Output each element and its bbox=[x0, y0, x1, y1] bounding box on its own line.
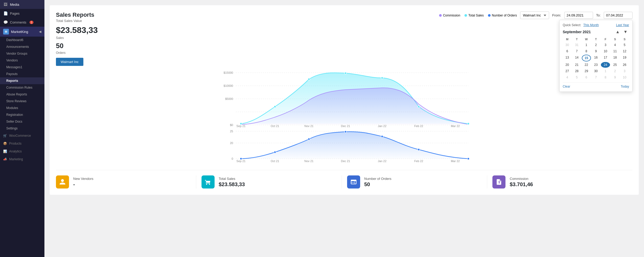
cal-day-17[interactable]: 17 bbox=[601, 55, 610, 61]
cal-day-25[interactable]: 25 bbox=[611, 62, 620, 68]
sidebar-item-payouts[interactable]: Payouts bbox=[0, 71, 44, 77]
sidebar-marketing-label: Marketing bbox=[9, 157, 23, 161]
sidebar-item-reports[interactable]: Reports bbox=[0, 77, 44, 84]
sidebar-item-marketing[interactable]: 📣 Marketing bbox=[0, 155, 44, 163]
quick-select-label: Quick Select: bbox=[563, 23, 581, 27]
svg-text:Nov 21: Nov 21 bbox=[304, 124, 314, 128]
cal-day-26[interactable]: 26 bbox=[620, 62, 629, 68]
sidebar-products-label: Products bbox=[9, 142, 21, 145]
sales-label: Sales bbox=[56, 36, 632, 40]
sidebar-item-store-reviews[interactable]: Store Reviews bbox=[0, 98, 44, 105]
svg-text:0: 0 bbox=[232, 157, 233, 160]
cal-day-30-aug[interactable]: 30 bbox=[563, 42, 572, 48]
cal-day-3[interactable]: 3 bbox=[601, 42, 610, 48]
cal-day-5[interactable]: 5 bbox=[620, 42, 629, 48]
cal-header-f: F bbox=[601, 37, 610, 42]
sidebar-item-seller-docs[interactable]: Seller Docs bbox=[0, 118, 44, 125]
sidebar-item-products[interactable]: 📦 Products bbox=[0, 140, 44, 147]
cal-day-13[interactable]: 13 bbox=[563, 55, 572, 61]
cal-day-16[interactable]: 16 bbox=[591, 55, 601, 61]
cal-day-21[interactable]: 21 bbox=[572, 62, 582, 68]
vendor-dropdown[interactable]: Walmart Inc bbox=[520, 12, 549, 19]
sidebar-item-registration[interactable]: Registration bbox=[0, 111, 44, 118]
cal-day-6[interactable]: 6 bbox=[563, 48, 572, 54]
cal-day-30[interactable]: 30 bbox=[591, 68, 601, 74]
cal-day-8-oct[interactable]: 8 bbox=[601, 75, 610, 80]
sidebar-item-modules[interactable]: Modules bbox=[0, 105, 44, 111]
cal-day-8[interactable]: 8 bbox=[582, 48, 591, 54]
sidebar-item-abuse-reports[interactable]: Abuse Reports bbox=[0, 91, 44, 98]
svg-text:Jan 22: Jan 22 bbox=[378, 124, 386, 128]
sidebar-item-vendors[interactable]: Vendors bbox=[0, 57, 44, 64]
calendar-prev-button[interactable]: ▲ bbox=[614, 29, 621, 35]
cal-day-5-oct[interactable]: 5 bbox=[572, 75, 582, 80]
stats-row: New Vendors - Total Sales $23.583,33 bbox=[56, 170, 632, 189]
calendar-header: September 2021 ▲ ▼ bbox=[563, 29, 629, 35]
cal-day-10[interactable]: 10 bbox=[601, 48, 610, 54]
cal-day-4-oct[interactable]: 4 bbox=[563, 75, 572, 80]
cal-day-10-oct[interactable]: 10 bbox=[620, 75, 629, 80]
sidebar-item-analytics[interactable]: 📊 Analytics bbox=[0, 147, 44, 155]
cal-day-12[interactable]: 12 bbox=[620, 48, 629, 54]
products-icon: 📦 bbox=[3, 142, 7, 145]
svg-point-17 bbox=[274, 106, 276, 108]
sidebar-item-woocommerce[interactable]: 🛒 WooCommerce bbox=[0, 132, 44, 140]
sidebar-item-settings[interactable]: Settings bbox=[0, 125, 44, 132]
cal-day-31-aug[interactable]: 31 bbox=[572, 42, 582, 48]
sidebar-item-messages[interactable]: Messages 1 bbox=[0, 64, 44, 71]
cal-day-22[interactable]: 22 bbox=[582, 62, 591, 68]
cal-day-3-oct[interactable]: 3 bbox=[620, 68, 629, 74]
cal-day-14[interactable]: 14 bbox=[572, 55, 582, 61]
vendor-filter-button[interactable]: Walmart Inc bbox=[56, 58, 83, 66]
svg-text:20: 20 bbox=[230, 141, 233, 145]
cal-day-2-oct[interactable]: 2 bbox=[611, 68, 620, 74]
calendar-popup: Quick Select: This Month Last Year Septe… bbox=[559, 20, 632, 92]
calendar-today-button[interactable]: Today bbox=[621, 85, 629, 88]
commission-stat-value: $3.701,46 bbox=[510, 181, 533, 187]
svg-text:$0: $0 bbox=[230, 123, 233, 127]
legend-total-sales: Total Sales bbox=[464, 14, 484, 17]
cal-day-9-oct[interactable]: 9 bbox=[611, 75, 620, 80]
sidebar-item-seller-docs-label: Seller Docs bbox=[6, 120, 22, 123]
sidebar-item-marketking[interactable]: M MarketKing ◀ bbox=[0, 27, 44, 37]
calendar-clear-button[interactable]: Clear bbox=[563, 85, 570, 88]
cal-day-28[interactable]: 28 bbox=[572, 68, 582, 74]
sidebar-item-store-reviews-label: Store Reviews bbox=[6, 99, 26, 103]
from-date-input[interactable] bbox=[564, 12, 593, 19]
cal-day-11[interactable]: 11 bbox=[611, 48, 620, 54]
sidebar-item-vendor-groups[interactable]: Vendor Groups bbox=[0, 50, 44, 57]
sidebar-item-commission-rules[interactable]: Commission Rules bbox=[0, 84, 44, 91]
cal-day-6-oct[interactable]: 6 bbox=[582, 75, 591, 80]
to-date-input[interactable] bbox=[604, 12, 632, 19]
sidebar-item-comments[interactable]: 💬 Comments 1 bbox=[0, 18, 44, 27]
cal-day-9[interactable]: 9 bbox=[591, 48, 601, 54]
orders-stat-value: 50 bbox=[364, 181, 392, 187]
this-month-button[interactable]: This Month bbox=[583, 23, 599, 27]
sidebar-item-announcements[interactable]: Announcements bbox=[0, 43, 44, 50]
calendar-next-button[interactable]: ▼ bbox=[622, 29, 629, 35]
last-year-button[interactable]: Last Year bbox=[616, 23, 629, 27]
sidebar-item-dashboard[interactable]: Dashboard 6 bbox=[0, 37, 44, 43]
svg-point-18 bbox=[308, 78, 310, 80]
svg-text:Dec 21: Dec 21 bbox=[341, 159, 350, 163]
sidebar-item-pages[interactable]: 📄 Pages bbox=[0, 9, 44, 18]
sidebar-item-media[interactable]: 🖼 Media bbox=[0, 0, 44, 9]
cal-day-20[interactable]: 20 bbox=[563, 62, 572, 68]
cal-day-18[interactable]: 18 bbox=[611, 55, 620, 61]
cal-day-7-oct[interactable]: 7 bbox=[591, 75, 601, 80]
cal-day-4[interactable]: 4 bbox=[611, 42, 620, 48]
cal-day-23[interactable]: 23 bbox=[591, 62, 601, 68]
svg-text:Feb 22: Feb 22 bbox=[414, 124, 423, 128]
cal-day-1[interactable]: 1 bbox=[582, 42, 591, 48]
cal-day-19[interactable]: 19 bbox=[620, 55, 629, 61]
sidebar-item-commission-rules-label: Commission Rules bbox=[6, 86, 32, 89]
comments-icon: 💬 bbox=[3, 20, 8, 25]
cal-day-1-oct[interactable]: 1 bbox=[601, 68, 610, 74]
cal-day-7[interactable]: 7 bbox=[572, 48, 582, 54]
sales-chart: $15000 $10000 $5000 $0 Sep 21 Oct 21 Nov… bbox=[56, 70, 632, 128]
cal-day-2[interactable]: 2 bbox=[591, 42, 601, 48]
cal-day-29[interactable]: 29 bbox=[582, 68, 591, 74]
cal-day-24[interactable]: 24 bbox=[601, 62, 610, 68]
cal-day-15[interactable]: 15 bbox=[582, 55, 591, 61]
cal-day-27[interactable]: 27 bbox=[563, 68, 572, 74]
